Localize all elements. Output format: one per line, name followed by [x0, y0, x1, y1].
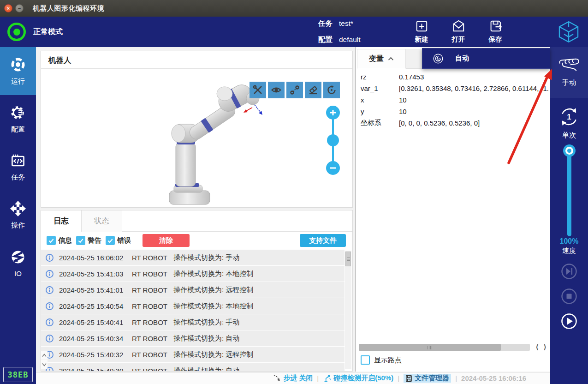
open-file-icon — [451, 18, 466, 34]
eraser-icon — [308, 84, 319, 96]
log-row[interactable]: 2024-05-25 15:40:34 RT ROBOT 操作模式切换为: 自动 — [41, 330, 344, 346]
device-code-badge: 38EB — [3, 367, 33, 382]
info-icon — [45, 334, 54, 343]
play-button[interactable] — [561, 313, 577, 329]
save-task-button[interactable]: 保存 — [480, 18, 511, 46]
save-icon — [488, 18, 503, 34]
separator: | — [398, 374, 399, 382]
new-file-icon — [414, 18, 429, 34]
manual-hand-icon — [558, 58, 580, 74]
log-row[interactable]: 2024-05-25 15:40:32 RT ROBOT 操作模式切换为: 远程… — [41, 347, 344, 362]
checkbox-checked-icon — [76, 236, 85, 245]
window-title: 机器人图形化编程环境 — [33, 4, 104, 13]
tcp-axis-arrows — [244, 105, 262, 115]
variable-row[interactable]: var_1 [0.3261, 0.35348, 0.73416, 2.72866… — [356, 83, 549, 94]
sidebar-item-task[interactable]: 任务 — [0, 143, 36, 191]
mode-dropdown-item-auto[interactable]: 自动 — [422, 48, 550, 69]
collapse-chevron-up-icon — [388, 57, 394, 61]
collision-detection-status[interactable]: 碰撞检测开启(50%) — [323, 374, 393, 383]
single-run-button[interactable]: 1 单次 — [550, 106, 588, 140]
status-timestamp: 2024-05-25 16:06:16 — [461, 374, 526, 382]
checkbox-unchecked-icon — [361, 355, 370, 365]
variables-header-tab[interactable]: 变量 — [357, 49, 406, 69]
scroll-down-button[interactable] — [41, 360, 48, 369]
stop-button[interactable] — [561, 288, 577, 304]
variables-hscrollbar[interactable] — [359, 344, 530, 351]
task-value: test* — [339, 19, 353, 28]
variable-row[interactable]: rz 0.17453 — [356, 71, 549, 83]
log-filters: 信息 警告 错误 — [47, 236, 131, 245]
scroll-left-button[interactable]: ⟨ — [535, 343, 539, 351]
file-manager-disk-icon — [405, 375, 412, 382]
chevron-up-icon — [42, 354, 47, 357]
log-row[interactable]: 2024-05-25 15:41:01 RT ROBOT 操作模式切换为: 远程… — [41, 282, 344, 298]
window-minimize-button[interactable]: – — [15, 4, 24, 12]
step-run-button[interactable] — [561, 264, 577, 279]
log-row[interactable]: 2024-05-25 15:40:54 RT ROBOT 操作模式切换为: 本地… — [41, 298, 344, 314]
speed-slider-handle[interactable] — [563, 144, 576, 157]
rotate-view-icon — [326, 84, 337, 96]
clear-log-button[interactable]: 清除 — [143, 234, 190, 247]
info-icon — [45, 286, 54, 294]
status-bar: 步进 关闭 | 碰撞检测开启(50%) | 文件管理器 | 2024-05-25… — [36, 372, 550, 384]
robot-panel-title: 机器人 — [41, 51, 352, 69]
tab-status[interactable]: 状态 — [82, 210, 122, 232]
app-logo-cube-icon — [558, 20, 580, 45]
info-icon — [45, 270, 54, 278]
variables-hscrollbar-thumb[interactable] — [359, 344, 501, 351]
speed-slider-track[interactable] — [567, 150, 571, 236]
variable-row[interactable]: y 10 — [356, 106, 549, 117]
sidebar-item-config[interactable]: 配置 — [0, 95, 36, 143]
zoom-slider-handle[interactable] — [327, 134, 339, 146]
svg-text:1: 1 — [567, 113, 571, 121]
config-value: default — [339, 36, 361, 44]
log-row[interactable]: 2024-05-25 16:06:02 RT ROBOT 操作模式切换为: 手动 — [41, 250, 344, 265]
task-label: 任务 — [318, 19, 333, 29]
tab-log[interactable]: 日志 — [41, 210, 82, 232]
separator: | — [317, 374, 319, 382]
new-task-button[interactable]: 新建 — [406, 18, 437, 46]
normal-mode-status-icon — [7, 23, 26, 41]
log-tabs: 日志 状态 — [41, 210, 352, 232]
sidebar-item-io[interactable]: IO — [0, 239, 36, 287]
step-mode-status[interactable]: 步进 关闭 — [273, 374, 313, 383]
support-file-button[interactable]: 支持文件 — [300, 234, 346, 247]
log-row[interactable]: 2024-05-25 15:40:41 RT ROBOT 操作模式切换为: 手动 — [41, 314, 344, 330]
variable-row[interactable]: 坐标系 [0, 0, 0, 0.5236, 0.5236, 0] — [356, 117, 549, 129]
variable-row[interactable]: x 10 — [356, 94, 549, 106]
log-filter-checkbox[interactable]: 信息 — [47, 236, 72, 245]
scroll-up-button[interactable] — [41, 351, 48, 360]
file-manager-button[interactable]: 文件管理器 — [404, 374, 451, 383]
manual-mode-button[interactable]: 手动 — [550, 47, 588, 98]
zoom-in-button[interactable] — [326, 106, 340, 120]
log-row[interactable]: 2024-05-25 15:41:03 RT ROBOT 操作模式切换为: 本地… — [41, 266, 344, 282]
scroll-right-button[interactable]: ⟩ — [543, 343, 546, 351]
config-label: 配置 — [318, 35, 333, 45]
erase-button[interactable] — [305, 82, 321, 98]
info-icon — [45, 253, 54, 262]
step-arrow-icon — [273, 374, 281, 382]
io-icon — [10, 249, 26, 265]
log-panel: 日志 状态 信息 警告 — [41, 210, 353, 372]
show-waypoints-option[interactable]: 显示路点 — [361, 355, 402, 365]
log-filter-row: 信息 警告 错误 — [41, 232, 352, 249]
log-scrollbar-thumb[interactable] — [345, 252, 351, 266]
checkbox-checked-icon — [106, 236, 115, 245]
chevron-down-icon — [42, 363, 47, 366]
sidebar-item-operate[interactable]: 操作 — [0, 191, 36, 239]
tools-button[interactable] — [249, 82, 266, 98]
log-row[interactable]: 2024-05-25 15:40:30 RT ROBOT 操作模式切换为: 自动 — [41, 363, 344, 372]
path-button[interactable] — [286, 82, 303, 98]
log-scrollbar[interactable] — [345, 251, 351, 369]
reset-view-button[interactable] — [323, 82, 340, 98]
window-close-button[interactable]: × — [4, 4, 12, 12]
play-icon — [561, 313, 577, 329]
open-task-button[interactable]: 打开 — [443, 18, 474, 46]
zoom-out-button[interactable] — [326, 161, 340, 175]
log-filter-checkbox[interactable]: 错误 — [106, 236, 131, 245]
log-filter-checkbox[interactable]: 警告 — [76, 236, 101, 245]
visibility-button[interactable] — [268, 82, 285, 98]
right-sidebar: 手动 1 单次 100% 速度 — [550, 47, 588, 384]
sidebar-item-run[interactable]: 运行 — [0, 47, 36, 95]
info-icon — [45, 318, 54, 327]
